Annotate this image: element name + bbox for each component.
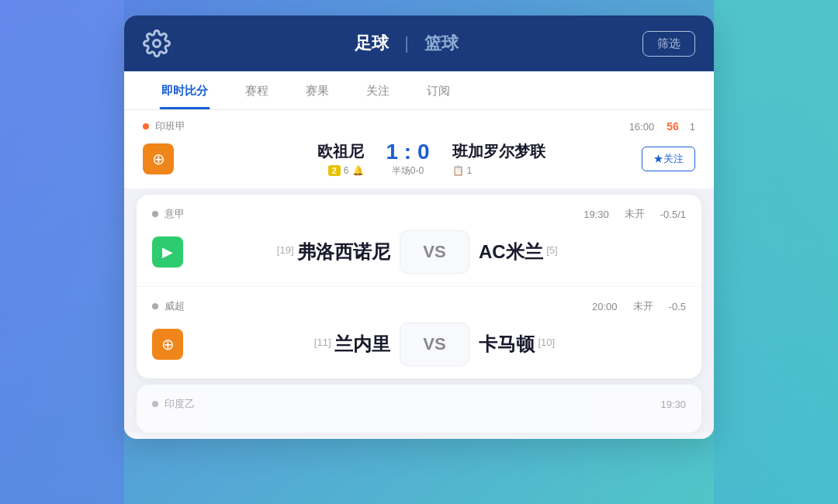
vs-box-2: VS	[400, 323, 469, 366]
soccer-sport-tab[interactable]: 足球	[355, 32, 389, 55]
league-dot-2	[152, 303, 158, 309]
live-league-row: 印班甲 16:00 56 1	[143, 119, 695, 133]
league-name-1: 意甲	[164, 207, 185, 221]
live-match-card: 印班甲 16:00 56 1 ⊕ 欧祖尼 2 6 🔔 1	[124, 110, 714, 188]
vs-box-1: VS	[400, 230, 469, 274]
upcoming-matches-card: 意甲 19:30 未开 -0.5/1 ▶ [19] 弗洛西诺尼 VS	[137, 195, 701, 378]
tab-live-score[interactable]: 即时比分	[143, 71, 227, 109]
yellow-card-badge: 2	[328, 165, 341, 176]
home-area-1: [19] 弗洛西诺尼	[183, 240, 400, 264]
league-dot-1	[152, 211, 158, 217]
header: 足球 | 篮球 筛选	[124, 16, 714, 71]
away-area-2: 卡马顿 [10]	[469, 332, 686, 357]
filter-button[interactable]: 筛选	[642, 31, 695, 57]
home-shots: 6	[344, 165, 349, 176]
away-corner-icon: 📋	[452, 165, 464, 176]
upcoming-match-2: 威超 20:00 未开 -0.5 ⊕ [11] 兰内里 VS	[137, 286, 701, 378]
away-name-2: 卡马顿	[479, 333, 535, 354]
bg-right	[714, 0, 838, 504]
tabs-bar: 即时比分 赛程 赛果 关注 订阅	[124, 71, 714, 110]
bg-left	[0, 0, 124, 504]
away-name-1: AC米兰	[479, 241, 543, 262]
home-name-2: 兰内里	[334, 333, 390, 354]
soccer-icon-2: ⊕	[161, 335, 175, 354]
score-box: 1 : 0 半场0-0	[373, 140, 443, 178]
home-team-stats: 2 6 🔔	[183, 165, 364, 176]
live-league-name: 印班甲	[155, 119, 185, 133]
match-odds-2: -0.5	[669, 301, 686, 312]
gear-icon[interactable]	[143, 29, 171, 57]
match-status-1: 未开	[625, 207, 645, 221]
corner-icon: 🔔	[352, 165, 364, 176]
away-team-name: 班加罗尔梦联	[452, 141, 545, 162]
match-time-2: 20:00	[592, 301, 618, 312]
match-status-2: 未开	[633, 299, 653, 313]
match-odds-1: -0.5/1	[660, 209, 686, 220]
bottom-league-row: 印度乙 19:30	[152, 397, 686, 411]
match-time-1: 19:30	[583, 209, 609, 220]
match-row-2: ⊕ [11] 兰内里 VS 卡马顿 [10]	[152, 323, 686, 366]
home-team-logo: ⊕	[143, 143, 174, 174]
home-area-2: [11] 兰内里	[183, 332, 400, 357]
bottom-meta: 19:30	[660, 399, 686, 410]
home-team-name: 欧祖尼	[183, 141, 364, 162]
away-area-1: AC米兰 [5]	[469, 240, 686, 264]
tab-subscribe[interactable]: 订阅	[408, 71, 469, 109]
tab-follow[interactable]: 关注	[348, 71, 408, 109]
away-team-stats: 📋 1	[452, 165, 633, 176]
sport-divider: |	[404, 33, 409, 54]
svg-point-0	[154, 40, 161, 47]
matches-area: 印班甲 16:00 56 1 ⊕ 欧祖尼 2 6 🔔 1	[124, 110, 714, 433]
bottom-dot	[152, 401, 158, 407]
home-team-info: 欧祖尼 2 6 🔔	[183, 141, 364, 176]
header-left	[143, 29, 171, 57]
match1-logo: ▶	[152, 236, 183, 268]
live-match-time: 16:00	[629, 121, 655, 133]
match-row-1: ▶ [19] 弗洛西诺尼 VS AC米兰 [5]	[152, 230, 686, 274]
match2-logo: ⊕	[152, 329, 183, 360]
live-period: 1	[690, 121, 695, 133]
upcoming-meta-1: 19:30 未开 -0.5/1	[583, 207, 686, 221]
play-icon-1: ▶	[162, 243, 173, 261]
away-shots: 1	[467, 165, 473, 176]
bottom-league-name: 印度乙	[164, 397, 195, 411]
away-rank-2: [10]	[538, 337, 555, 348]
home-rank-2: [11]	[314, 337, 331, 348]
upcoming-league-row-1: 意甲 19:30 未开 -0.5/1	[152, 207, 686, 221]
upcoming-league-row-2: 威超 20:00 未开 -0.5	[152, 299, 686, 313]
upcoming-match-1: 意甲 19:30 未开 -0.5/1 ▶ [19] 弗洛西诺尼 VS	[137, 195, 701, 286]
tab-results[interactable]: 赛果	[287, 71, 348, 109]
bottom-partial-card: 印度乙 19:30	[137, 385, 701, 433]
home-rank-1: [19]	[277, 244, 294, 256]
away-rank-1: [5]	[546, 244, 557, 256]
live-score: 1 : 0	[373, 140, 443, 164]
league-name-2: 威超	[164, 299, 185, 313]
follow-button[interactable]: ★关注	[642, 147, 695, 171]
away-team-inner: 班加罗尔梦联	[452, 141, 633, 162]
app-container: 足球 | 篮球 筛选 即时比分 赛程 赛果 关注 订阅 印班甲 16:00 56…	[124, 16, 714, 439]
live-minute: 56	[667, 120, 679, 133]
away-team-info: 班加罗尔梦联 📋 1	[452, 141, 633, 176]
upcoming-meta-2: 20:00 未开 -0.5	[592, 299, 686, 313]
live-match-row: ⊕ 欧祖尼 2 6 🔔 1 : 0 半场0-0 班加罗尔梦联	[143, 140, 695, 178]
home-name-1: 弗洛西诺尼	[297, 241, 390, 262]
sport-nav: 足球 | 篮球	[355, 32, 459, 55]
half-score: 半场0-0	[373, 164, 443, 178]
bottom-time: 19:30	[660, 399, 686, 410]
soccer-ball-icon: ⊕	[152, 150, 165, 168]
live-dot	[143, 123, 149, 129]
tab-schedule[interactable]: 赛程	[227, 71, 287, 109]
basketball-sport-tab[interactable]: 篮球	[424, 32, 459, 55]
